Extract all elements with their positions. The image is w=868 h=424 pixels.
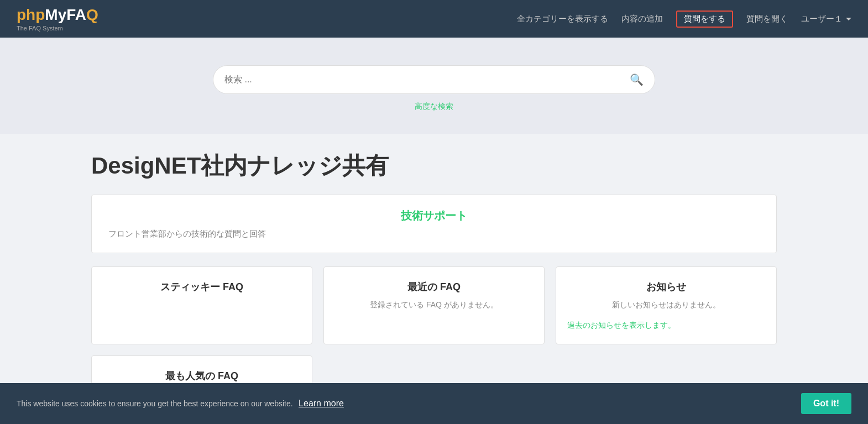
search-icon: 🔍 — [630, 74, 644, 86]
cookie-message-area: This website uses cookies to ensure you … — [17, 399, 344, 409]
nav-add-content[interactable]: 内容の追加 — [621, 14, 663, 24]
cookie-got-it-button[interactable]: Got it! — [801, 393, 851, 414]
notice-past-link[interactable]: 過去のお知らせを表示します。 — [567, 321, 676, 329]
nav-user[interactable]: ユーザー１ — [801, 14, 851, 24]
search-input[interactable] — [224, 75, 630, 85]
advanced-search-link[interactable]: 高度な検索 — [415, 102, 453, 112]
header: phpMyFAQ The FAQ System 全カテゴリーを表示する 内容の追… — [0, 0, 868, 38]
notice-card: お知らせ 新しいお知らせはありません。 過去のお知らせを表示します。 — [556, 266, 777, 344]
nav-ask-question[interactable]: 質問をする — [676, 11, 733, 28]
logo-container: phpMyFAQ The FAQ System — [17, 6, 98, 32]
logo-php: php — [17, 6, 45, 23]
logo-q: Q — [86, 6, 98, 23]
tech-support-desc: フロント営業部からの技術的な質問と回答 — [108, 229, 760, 239]
nav-area: 全カテゴリーを表示する 内容の追加 質問をする 質問を開く ユーザー１ — [517, 11, 851, 28]
cookie-learn-more[interactable]: Learn more — [299, 399, 344, 408]
logo-text: phpMyFAQ — [17, 6, 98, 24]
nav-all-categories[interactable]: 全カテゴリーを表示する — [517, 14, 608, 24]
tech-support-title: 技術サポート — [108, 208, 760, 223]
tech-support-card: 技術サポート フロント営業部からの技術的な質問と回答 — [91, 195, 777, 253]
sticky-faq-card: スティッキー FAQ — [91, 266, 312, 344]
recent-faq-card: 最近の FAQ 登録されている FAQ がありません。 — [323, 266, 545, 344]
chevron-down-icon — [846, 18, 851, 20]
notice-title: お知らせ — [567, 280, 765, 294]
search-button[interactable]: 🔍 — [630, 73, 644, 86]
page-title: DesigNET社内ナレッジ共有 — [91, 150, 777, 181]
sticky-faq-title: スティッキー FAQ — [103, 280, 301, 294]
notice-text: 新しいお知らせはありません。 — [567, 300, 765, 310]
search-bar: 🔍 — [213, 65, 655, 94]
recent-faq-title: 最近の FAQ — [335, 280, 533, 294]
logo-my: My — [45, 6, 66, 23]
logo-subtitle: The FAQ System — [17, 25, 98, 32]
nav-user-label: ユーザー１ — [801, 14, 843, 24]
nav-open-question[interactable]: 質問を開く — [746, 14, 788, 24]
logo-area: phpMyFAQ The FAQ System — [17, 6, 98, 32]
cookie-text: This website uses cookies to ensure you … — [17, 399, 293, 408]
cards-row: スティッキー FAQ 最近の FAQ 登録されている FAQ がありません。 お… — [91, 266, 777, 344]
search-section: 🔍 高度な検索 — [0, 38, 868, 134]
cookie-banner: This website uses cookies to ensure you … — [0, 383, 868, 424]
popular-faq-title: 最も人気の FAQ — [103, 369, 301, 383]
logo-faq: FA — [66, 6, 86, 23]
main-content: DesigNET社内ナレッジ共有 技術サポート フロント営業部からの技術的な質問… — [47, 134, 821, 400]
recent-faq-text: 登録されている FAQ がありません。 — [335, 300, 533, 310]
